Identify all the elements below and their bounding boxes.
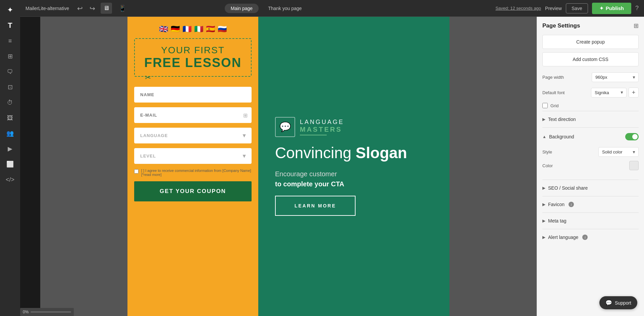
font-select[interactable]: Signika Roboto Open Sans	[591, 88, 627, 98]
add-font-button[interactable]: +	[629, 87, 639, 98]
canvas: 🇬🇧 🇩🇪 🇫🇷 🇮🇹 🇪🇸 🇷🇺 YOUR FIRST FREE LESSON…	[40, 17, 537, 316]
progress-bar-container: 0%	[20, 308, 74, 316]
text-direction-section: Text direction	[542, 111, 639, 127]
favicon-info-icon[interactable]: i	[569, 202, 574, 207]
publish-button[interactable]: ✦ Publish	[592, 3, 631, 14]
consent-label: [ ] I agree to receive commercial inform…	[141, 169, 252, 177]
flag-fr[interactable]: 🇫🇷	[182, 25, 192, 34]
coupon-button[interactable]: GET YOUR COUPON	[134, 181, 252, 201]
settings-title: Page Settings	[542, 22, 580, 29]
headline-box[interactable]: YOUR FIRST FREE LESSON ✂	[134, 38, 252, 77]
favicon-section: Favicon i	[542, 196, 639, 212]
color-label: Color	[542, 163, 553, 168]
flag-ru[interactable]: 🇷🇺	[218, 25, 227, 34]
publish-label: Publish	[606, 5, 624, 11]
text-direction-collapse-row[interactable]: Text direction	[542, 115, 639, 123]
style-select[interactable]: Solid color Gradient Image	[598, 147, 639, 157]
grid-checkbox[interactable]	[542, 103, 548, 108]
settings-grid-icon[interactable]: ⊞	[634, 22, 639, 29]
learn-more-button[interactable]: LEARN MORE	[275, 196, 356, 216]
brand-logo-icon: 💬	[279, 121, 291, 132]
toggle-slider	[625, 133, 639, 140]
name-input[interactable]	[134, 87, 252, 103]
settings-header: Page Settings ⊞	[542, 22, 639, 29]
meta-tag-section: Meta tag	[542, 212, 639, 229]
undo-button[interactable]: ↩	[76, 3, 84, 14]
mobile-view-button[interactable]: 📱	[116, 3, 129, 14]
thank-you-page-tab[interactable]: Thank you page	[262, 4, 308, 13]
alert-language-collapse-icon	[542, 235, 545, 240]
brand-text-block: LANGUAGE MASTERS	[300, 119, 344, 135]
create-popup-button[interactable]: Create popup	[542, 35, 639, 49]
sidebar-rows-icon[interactable]: ≡	[3, 34, 17, 48]
main-area: 🇬🇧 🇩🇪 🇫🇷 🇮🇹 🇪🇸 🇷🇺 YOUR FIRST FREE LESSON…	[40, 17, 644, 316]
default-font-row: Default font Signika Roboto Open Sans ▼ …	[542, 85, 639, 100]
email-input[interactable]	[134, 107, 252, 123]
seo-collapse-row[interactable]: SEO / Social share	[542, 184, 639, 192]
flag-it[interactable]: 🇮🇹	[194, 25, 203, 34]
level-select[interactable]: LEVEL Beginner Intermediate Advanced	[134, 148, 252, 164]
sidebar-timer-icon[interactable]: ⏱	[3, 96, 17, 109]
alert-language-collapse-row[interactable]: Alert language i	[542, 233, 639, 241]
saved-indicator[interactable]: Saved: 12 seconds ago	[495, 6, 541, 11]
slogan-plain: Convincing	[275, 144, 356, 162]
save-button[interactable]: Save	[566, 3, 588, 13]
language-select[interactable]: LANGUAGE English German French	[134, 128, 252, 143]
meta-tag-label: Meta tag	[548, 218, 566, 224]
sidebar-crop-icon[interactable]: ⬜	[3, 157, 17, 171]
sidebar-code-icon[interactable]: </>	[3, 173, 17, 186]
green-panel: 💬 LANGUAGE MASTERS Convincing Slogan Enc…	[258, 17, 449, 316]
topbar-right: Saved: 12 seconds ago Preview Save ✦ Pub…	[495, 3, 639, 14]
sidebar-layout-icon[interactable]: ⊞	[3, 50, 17, 63]
meta-tag-collapse-row[interactable]: Meta tag	[542, 217, 639, 225]
slogan: Convincing Slogan	[275, 144, 433, 162]
redo-button[interactable]: ↪	[88, 3, 97, 14]
font-select-wrapper: Signika Roboto Open Sans ▼	[591, 88, 627, 98]
seo-collapse-icon	[542, 186, 545, 190]
sidebar-widget-icon[interactable]: ⊡	[3, 80, 17, 94]
headline-top: YOUR FIRST	[142, 45, 244, 56]
favicon-label: Favicon	[548, 202, 565, 207]
add-custom-css-button[interactable]: Add custom CSS	[542, 52, 639, 66]
page-tabs: Main page Thank you page	[225, 4, 308, 13]
main-page-tab[interactable]: Main page	[225, 4, 259, 13]
sidebar-image-icon[interactable]: 🖼	[3, 111, 17, 125]
checkbox-row: [ ] I agree to receive commercial inform…	[134, 169, 252, 177]
sidebar-text-icon[interactable]: T	[3, 19, 17, 32]
background-label: Background	[549, 134, 574, 139]
preview-button[interactable]: Preview	[545, 6, 562, 11]
background-collapse-icon	[542, 134, 546, 139]
text-direction-collapse-icon	[542, 117, 545, 122]
sidebar-comment-icon[interactable]: 🗨	[3, 65, 17, 78]
sidebar-video-icon[interactable]: ▶	[3, 142, 17, 155]
background-collapse-row[interactable]: Background	[542, 132, 639, 142]
color-swatch[interactable]	[629, 161, 639, 170]
flag-row: 🇬🇧 🇩🇪 🇫🇷 🇮🇹 🇪🇸 🇷🇺	[159, 25, 227, 34]
level-select-wrapper: LEVEL Beginner Intermediate Advanced ▼	[134, 148, 252, 164]
brand-name: LANGUAGE	[300, 119, 344, 126]
grid-label: Grid	[550, 103, 559, 108]
color-row: Color	[542, 159, 639, 172]
progress-track	[31, 311, 71, 313]
help-button[interactable]: ?	[635, 5, 639, 12]
consent-checkbox[interactable]	[134, 169, 139, 174]
app-logo-icon[interactable]: ✦	[3, 3, 17, 17]
seo-section: SEO / Social share	[542, 180, 639, 196]
app-title: MailerLite-alternative	[25, 6, 69, 11]
sub-text: Encourage customer to complete your CTA	[275, 169, 433, 189]
brand-line	[300, 135, 327, 135]
publish-icon: ✦	[599, 5, 604, 11]
background-toggle[interactable]	[625, 133, 639, 140]
desktop-view-button[interactable]: 🖥	[101, 3, 112, 14]
flag-es[interactable]: 🇪🇸	[206, 25, 215, 34]
support-button[interactable]: 💬 Support	[599, 296, 637, 309]
alert-language-info-icon[interactable]: i	[582, 235, 588, 240]
default-font-label: Default font	[542, 90, 565, 95]
flag-uk[interactable]: 🇬🇧	[159, 25, 168, 34]
favicon-collapse-icon	[542, 202, 545, 207]
sidebar-people-icon[interactable]: 👥	[3, 127, 17, 140]
left-sidebar: ✦ T ≡ ⊞ 🗨 ⊡ ⏱ 🖼 👥 ▶ ⬜ </>	[0, 0, 20, 316]
favicon-collapse-row[interactable]: Favicon i	[542, 200, 639, 208]
page-width-select[interactable]: 960px 1200px 1440px	[592, 72, 639, 82]
flag-de[interactable]: 🇩🇪	[171, 25, 180, 34]
